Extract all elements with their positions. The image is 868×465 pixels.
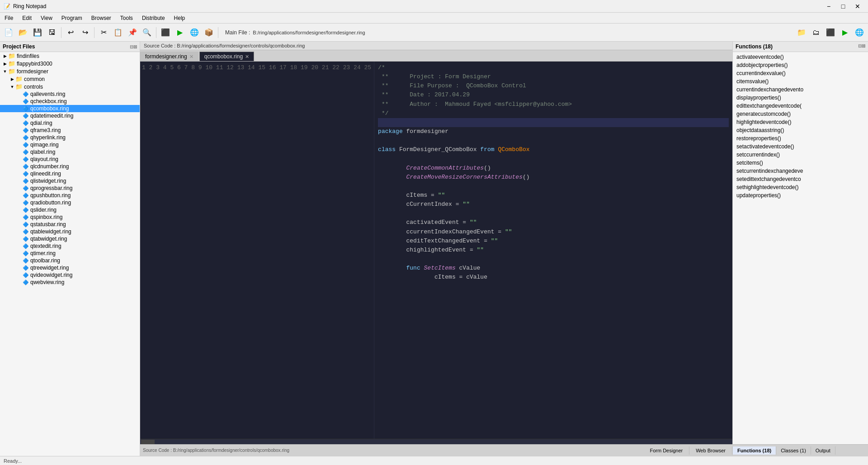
tree-item[interactable]: 🔷qlabel.ring [0, 148, 140, 156]
tree-item[interactable]: 🔷qtoolbar.ring [0, 257, 140, 264]
tree-item[interactable]: ▶📁common [0, 75, 140, 83]
file-icon: 🔷 [23, 280, 29, 285]
function-item[interactable]: ccurrentindexvalue() [733, 69, 868, 77]
tree-item[interactable]: ▼📁formdesigner [0, 67, 140, 75]
function-item[interactable]: addobjectproperties() [733, 61, 868, 69]
tb-undo-button[interactable]: ↩ [64, 26, 77, 39]
code-content[interactable]: /* ** Project : Form Designer ** File Pu… [374, 62, 732, 439]
editor-tab[interactable]: qcombobox.ring✕ [199, 52, 254, 61]
tb-saveas-button[interactable]: 🖫 [45, 26, 59, 39]
function-item[interactable]: highlightedeventcode() [733, 118, 868, 126]
tree-item[interactable]: 🔷qlayout.ring [0, 156, 140, 163]
tree-item[interactable]: 🔷qvideowidget.ring [0, 271, 140, 279]
tree-item[interactable]: ▶📁flappybird3000 [0, 60, 140, 67]
function-item[interactable]: setactivatedeventcode() [733, 142, 868, 151]
tree-item[interactable]: ▼📁controls [0, 83, 140, 90]
menu-browser[interactable]: Browser [87, 13, 116, 23]
function-item[interactable]: updateproperties() [733, 191, 868, 199]
function-item[interactable]: sethighlightedeventcode() [733, 183, 868, 191]
functions-bottom-tab[interactable]: Classes (1) [776, 446, 811, 455]
tb-redo-button[interactable]: ↪ [78, 26, 92, 39]
tree-item[interactable]: 🔷qtablewidget.ring [0, 228, 140, 235]
maximize-button[interactable]: □ [836, 1, 850, 11]
tb-paste-button[interactable]: 📌 [126, 26, 139, 39]
source-code-header: Source Code : B:/ring/applications/formd… [140, 42, 732, 50]
tb-right2-button[interactable]: 🗂 [809, 26, 823, 39]
menu-tools[interactable]: Tools [116, 13, 137, 23]
function-item[interactable]: setccurrentindex() [733, 151, 868, 159]
tree-item-label: qdial.ring [30, 120, 52, 126]
tb-copy-button[interactable]: 📋 [111, 26, 125, 39]
tree-item[interactable]: 🔷qtabwidget.ring [0, 235, 140, 242]
tree-item[interactable]: 🔷qallevents.ring [0, 90, 140, 98]
tb-find-button[interactable]: 🔍 [140, 26, 154, 39]
minimize-button[interactable]: − [822, 1, 835, 11]
tree-item[interactable]: 🔷qradiobutton.ring [0, 199, 140, 206]
tb-config-button[interactable]: 📦 [202, 26, 216, 39]
horizontal-scrollbar[interactable] [140, 439, 732, 444]
tree-item[interactable]: 🔷qtimer.ring [0, 250, 140, 257]
tree-item-label: qprogressbar.ring [30, 185, 72, 191]
tree-item-label: qlayout.ring [30, 156, 58, 162]
function-item[interactable]: activateeventcode() [733, 53, 868, 61]
function-item[interactable]: objectdataasstring() [733, 126, 868, 134]
function-item[interactable]: setcitems() [733, 159, 868, 167]
tree-item[interactable]: 🔷qdatetimeedit.ring [0, 112, 140, 119]
menu-view[interactable]: View [36, 13, 57, 23]
tab-close-icon[interactable]: ✕ [189, 54, 193, 60]
bottom-tab[interactable]: Web Browser [689, 446, 732, 455]
function-item[interactable]: generatecustomcode() [733, 110, 868, 118]
tree-item[interactable]: 🔷qcheckbox.ring [0, 98, 140, 105]
tree-item[interactable]: 🔷qslider.ring [0, 206, 140, 214]
tree-item[interactable]: 🔷qlistwidget.ring [0, 177, 140, 185]
tree-item[interactable]: ▶📁findinfiles [0, 52, 140, 60]
tree-item[interactable]: 🔷qimage.ring [0, 141, 140, 148]
tree-item[interactable]: 🔷qcombobox.ring [0, 105, 140, 112]
function-item[interactable]: restoreproperties() [733, 134, 868, 142]
tb-right3-button[interactable]: ⬛ [824, 26, 837, 39]
tb-web-button[interactable]: 🌐 [188, 26, 201, 39]
function-item[interactable]: citemsvalue() [733, 77, 868, 85]
function-item[interactable]: setcurrentindexchangedeve [733, 167, 868, 175]
close-button[interactable]: ✕ [851, 1, 864, 11]
tb-right4-button[interactable]: ▶ [838, 26, 852, 39]
tree-item[interactable]: 🔷qframe3.ring [0, 127, 140, 134]
bottom-tab[interactable]: Form Designer [643, 446, 689, 455]
tree-item[interactable]: 🔷qwebview.ring [0, 279, 140, 286]
code-editor-scroll[interactable]: 1 2 3 4 5 6 7 8 9 10 11 12 13 14 15 16 1… [140, 62, 732, 439]
tree-item[interactable]: 🔷qstatusbar.ring [0, 221, 140, 228]
editor-tab[interactable]: formdesigner.ring✕ [140, 52, 198, 61]
tb-stop-button[interactable]: ⬛ [159, 26, 172, 39]
menu-help[interactable]: Help [170, 13, 190, 23]
tree-item[interactable]: 🔷qprogressbar.ring [0, 185, 140, 192]
tree-item[interactable]: 🔷qlineedit.ring [0, 170, 140, 177]
functions-bottom-tabs: Functions (18)Classes (1)Output [733, 444, 868, 456]
tree-item[interactable]: 🔷qtreewidget.ring [0, 264, 140, 271]
menu-program[interactable]: Program [57, 13, 87, 23]
function-item[interactable]: currentindexchangedevento [733, 85, 868, 94]
function-item[interactable]: edittextchangedeventcode( [733, 102, 868, 110]
tb-new-button[interactable]: 📄 [2, 26, 15, 39]
main-layout: Project Files ⊟⊠ ▶📁findinfiles▶📁flappybi… [0, 42, 868, 456]
function-item[interactable]: setedittextchangedeventco [733, 175, 868, 183]
menu-edit[interactable]: Edit [18, 13, 36, 23]
tb-right1-button[interactable]: 📁 [795, 26, 808, 39]
tb-open-button[interactable]: 📂 [16, 26, 30, 39]
function-item[interactable]: displayproperties() [733, 94, 868, 102]
tree-item[interactable]: 🔷qhyperlink.ring [0, 134, 140, 141]
tree-item-label: qspinbox.ring [30, 214, 62, 220]
tree-item[interactable]: 🔷qpushbutton.ring [0, 192, 140, 199]
tree-item[interactable]: 🔷qspinbox.ring [0, 214, 140, 221]
tree-item[interactable]: 🔷qlcdnumber.ring [0, 163, 140, 170]
menu-distribute[interactable]: Distribute [137, 13, 170, 23]
tb-run-button[interactable]: ▶ [173, 26, 187, 39]
tab-close-icon[interactable]: ✕ [245, 54, 249, 60]
functions-bottom-tab[interactable]: Output [811, 446, 835, 455]
functions-bottom-tab[interactable]: Functions (18) [733, 446, 776, 455]
tb-right5-button[interactable]: 🌐 [853, 26, 866, 39]
tb-save-button[interactable]: 💾 [31, 26, 44, 39]
tb-cut-button[interactable]: ✂ [97, 26, 110, 39]
menu-file[interactable]: File [0, 13, 18, 23]
tree-item[interactable]: 🔷qdial.ring [0, 119, 140, 127]
tree-item[interactable]: 🔷qtextedit.ring [0, 242, 140, 250]
